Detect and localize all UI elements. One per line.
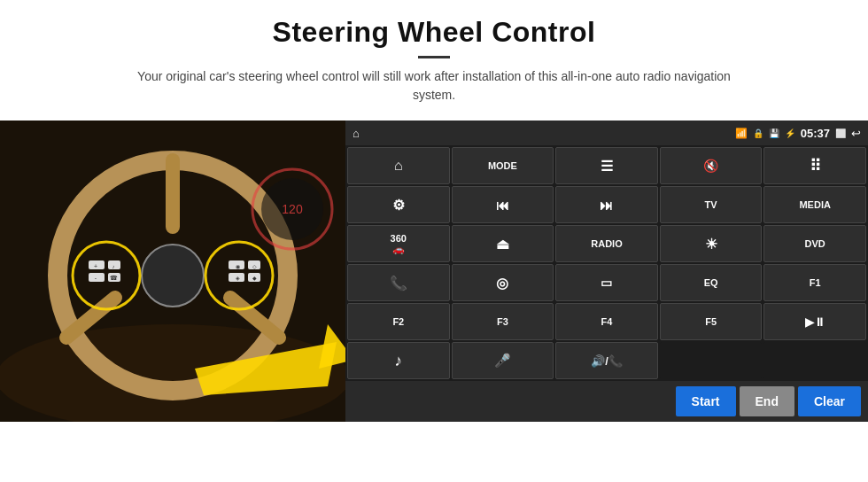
page-subtitle: Your original car's steering wheel contr…	[115, 67, 753, 105]
bottom-bar: Start End Clear	[345, 381, 868, 422]
steering-wheel-image: + - ♪ ☎ ◉ ◈ ◇ ◆ 120	[0, 120, 345, 422]
btn-eject[interactable]: ⏏	[452, 225, 554, 262]
status-left: ⌂	[353, 127, 360, 140]
btn-radio[interactable]: RADIO	[555, 225, 658, 262]
btn-mic[interactable]: 🎤	[452, 342, 554, 379]
button-grid: MODE ⏮ ⏭ TV MEDIA 360🚗 ⏏ RADIO ☀ DVD 📞 ◎	[345, 145, 868, 381]
title-divider	[418, 56, 450, 58]
svg-point-6	[142, 245, 204, 307]
btn-brightness[interactable]: ☀	[660, 225, 763, 262]
android-panel: ⌂ 05:37 ↩ MODE	[345, 120, 868, 422]
end-button[interactable]: End	[740, 386, 794, 416]
start-button[interactable]: Start	[676, 386, 736, 416]
btn-empty1	[660, 342, 763, 379]
sd-icon	[769, 127, 779, 139]
btn-dvd[interactable]: DVD	[763, 225, 866, 262]
btn-vol[interactable]: 🔊/📞	[555, 342, 658, 379]
svg-text:120: 120	[282, 202, 303, 216]
btn-f5[interactable]: F5	[660, 303, 763, 340]
svg-text:☎: ☎	[110, 275, 118, 281]
btn-settings[interactable]	[347, 186, 450, 223]
btn-eq[interactable]: EQ	[660, 264, 763, 301]
bt-icon	[785, 127, 795, 139]
svg-text:◇: ◇	[252, 264, 257, 269]
btn-f1[interactable]: F1	[763, 264, 866, 301]
page-title: Steering Wheel Control	[35, 16, 833, 49]
svg-text:♪: ♪	[112, 264, 115, 269]
btn-globe[interactable]: ◎	[452, 264, 554, 301]
svg-text:+: +	[94, 263, 97, 269]
svg-text:◆: ◆	[252, 276, 257, 281]
btn-mode[interactable]: MODE	[452, 147, 554, 184]
svg-text:◈: ◈	[236, 276, 240, 281]
btn-media[interactable]: MEDIA	[763, 186, 866, 223]
btn-empty2	[763, 342, 866, 379]
status-right: 05:37 ↩	[735, 127, 861, 140]
screen-icon	[835, 127, 846, 139]
btn-phone[interactable]: 📞	[347, 264, 450, 301]
btn-home[interactable]	[347, 147, 450, 184]
clear-button[interactable]: Clear	[798, 386, 861, 416]
btn-f2[interactable]: F2	[347, 303, 450, 340]
svg-text:◉: ◉	[236, 264, 240, 269]
content-area: + - ♪ ☎ ◉ ◈ ◇ ◆ 120	[0, 120, 868, 482]
btn-f3[interactable]: F3	[452, 303, 554, 340]
btn-mute[interactable]	[660, 147, 763, 184]
btn-playpause[interactable]: ▶⏸	[763, 303, 866, 340]
btn-window[interactable]: ▭	[555, 264, 658, 301]
status-time: 05:37	[801, 127, 830, 140]
btn-next[interactable]: ⏭	[555, 186, 658, 223]
header-section: Steering Wheel Control Your original car…	[0, 0, 868, 120]
btn-menu[interactable]	[555, 147, 658, 184]
btn-music[interactable]: ♪	[347, 342, 450, 379]
btn-prev[interactable]: ⏮	[452, 186, 554, 223]
wifi-icon	[735, 127, 748, 139]
btn-car360[interactable]: 360🚗	[347, 225, 450, 262]
btn-apps[interactable]	[763, 147, 866, 184]
btn-tv[interactable]: TV	[660, 186, 763, 223]
status-bar: ⌂ 05:37 ↩	[345, 120, 868, 145]
page: Steering Wheel Control Your original car…	[0, 0, 868, 482]
btn-f4[interactable]: F4	[555, 303, 658, 340]
lock-icon	[753, 127, 763, 139]
